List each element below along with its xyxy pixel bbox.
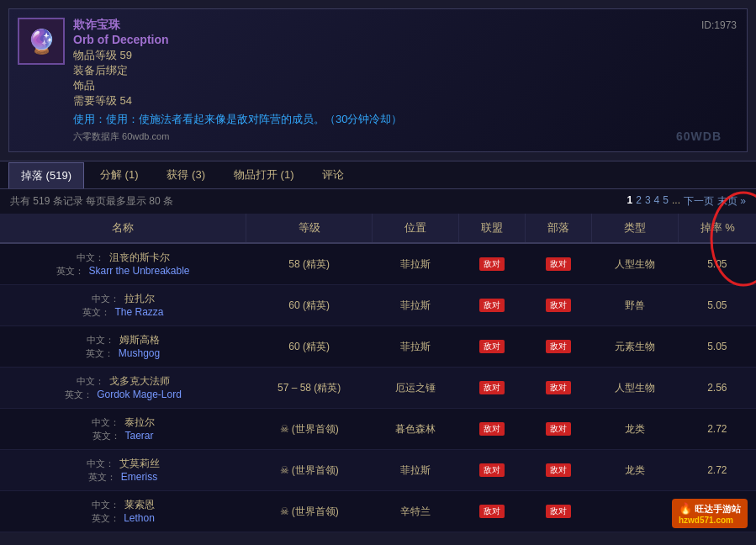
monster-name-cn[interactable]: 莱索恩 — [124, 499, 155, 511]
name-prefix-cn: 中文： — [77, 252, 104, 262]
cell-type: 野兽 — [592, 285, 679, 326]
col-horde: 部落 — [526, 214, 592, 243]
monster-name-en[interactable]: Skarr the Unbreakable — [88, 265, 189, 277]
page-current[interactable]: 1 — [627, 194, 633, 209]
table-row: 中文： 戈多克大法师 英文： Gordok Mage-Lord 57 – 58 … — [0, 368, 756, 409]
col-name: 名称 — [0, 214, 246, 243]
name-prefix-en: 英文： — [82, 307, 110, 317]
tab-comment[interactable]: 评论 — [309, 161, 357, 188]
item-use: 使用：使用：使施法者看起来像是敌对阵营的成员。（30分钟冷却） — [73, 112, 738, 127]
item-slot: 饰品 — [73, 78, 738, 93]
col-location: 位置 — [373, 214, 459, 243]
monster-name-cn[interactable]: 戈多克大法师 — [109, 375, 170, 387]
pagination: 1 2 3 4 5 ... 下一页 末页 » — [627, 194, 746, 209]
monster-name-en[interactable]: Mushgog — [119, 347, 160, 359]
alliance-badge: 敌对 — [479, 463, 505, 477]
name-prefix-en: 英文： — [92, 513, 119, 523]
page-next[interactable]: 下一页 — [684, 194, 714, 209]
cell-level: 60 (精英) — [246, 285, 373, 326]
name-prefix-cn: 中文： — [77, 376, 104, 386]
tabs-bar: 掉落 (519) 分解 (1) 获得 (3) 物品打开 (1) 评论 — [0, 161, 756, 189]
name-prefix-cn: 中文： — [92, 294, 119, 304]
horde-badge: 敌对 — [546, 463, 571, 477]
cell-horde: 敌对 — [526, 285, 592, 326]
name-prefix-en: 英文： — [65, 389, 93, 399]
cell-location: 厄运之锤 — [373, 368, 459, 409]
tab-open[interactable]: 物品打开 (1) — [221, 161, 307, 188]
use-description: 使用：使施法者看起来像是敌对阵营的成员。 — [106, 113, 325, 125]
use-cooldown: （30分钟冷却） — [325, 113, 402, 125]
name-prefix-en: 英文： — [56, 266, 84, 276]
monster-name-en[interactable]: The Razza — [114, 306, 163, 318]
horde-badge: 敌对 — [546, 299, 571, 312]
alliance-badge: 敌对 — [479, 422, 505, 436]
table-row: 中文： 泰拉尔 英文： Taerar ☠ (世界首领)暮色森林敌对敌对龙类2.7… — [0, 409, 756, 450]
page-ellipsis: ... — [672, 194, 680, 209]
name-prefix-en: 英文： — [93, 431, 120, 441]
cell-location: 辛特兰 — [373, 491, 459, 532]
table-row: 中文： 拉扎尔 英文： The Razza 60 (精英)菲拉斯敌对敌对野兽5.… — [0, 285, 756, 326]
cell-type: 龙类 — [592, 450, 679, 491]
cell-name: 中文： 拉扎尔 英文： The Razza — [0, 285, 246, 326]
cell-alliance: 敌对 — [459, 450, 526, 491]
name-prefix-en: 英文： — [86, 348, 114, 358]
cell-droprate: 2.72 — [679, 450, 756, 491]
watermark-text: 60WDB — [676, 130, 722, 143]
monster-name-cn[interactable]: 沮丧的斯卡尔 — [109, 251, 170, 263]
item-icon: 🔮 — [18, 18, 65, 65]
cell-type: 龙类 — [592, 409, 679, 450]
cell-alliance: 敌对 — [459, 326, 526, 368]
cell-location: 菲拉斯 — [373, 450, 459, 491]
cell-location: 菲拉斯 — [373, 243, 459, 285]
cell-horde: 敌对 — [526, 243, 592, 285]
cell-type: 人型生物 — [592, 368, 679, 409]
cell-horde: 敌对 — [526, 368, 592, 409]
alliance-badge: 敌对 — [479, 505, 505, 518]
cell-name: 中文： 姆斯高格 英文： Mushgog — [0, 326, 246, 368]
cell-horde: 敌对 — [526, 450, 592, 491]
page-5[interactable]: 5 — [663, 194, 669, 209]
cell-name: 中文： 艾莫莉丝 英文： Emeriss — [0, 450, 246, 491]
cell-level: ☠ (世界首领) — [246, 491, 373, 532]
cell-name: 中文： 戈多克大法师 英文： Gordok Mage-Lord — [0, 368, 246, 409]
page-last[interactable]: 末页 » — [717, 194, 746, 209]
horde-badge: 敌对 — [546, 381, 571, 394]
total-records: 共有 519 条记录 每页最多显示 80 条 — [10, 194, 173, 209]
monster-name-en[interactable]: Lethon — [124, 512, 155, 524]
col-level: 等级 — [246, 214, 373, 243]
cell-name: 中文： 泰拉尔 英文： Taerar — [0, 409, 246, 450]
tab-disenchant[interactable]: 分解 (1) — [87, 161, 151, 188]
info-bar: 共有 519 条记录 每页最多显示 80 条 1 2 3 4 5 ... 下一页… — [0, 189, 756, 214]
horde-badge: 敌对 — [546, 257, 571, 271]
horde-badge: 敌对 — [546, 340, 571, 353]
table-row: 中文： 艾莫莉丝 英文： Emeriss ☠ (世界首领)菲拉斯敌对敌对龙类2.… — [0, 450, 756, 491]
item-name-en: Orb of Deception — [73, 33, 738, 46]
monster-name-en[interactable]: Emeriss — [121, 471, 157, 483]
col-alliance: 联盟 — [459, 214, 526, 243]
alliance-badge: 敌对 — [479, 257, 505, 271]
monster-name-cn[interactable]: 拉扎尔 — [124, 293, 155, 304]
cell-alliance: 敌对 — [459, 243, 526, 285]
page-2[interactable]: 2 — [636, 194, 642, 209]
alliance-badge: 敌对 — [479, 340, 505, 353]
tab-drop[interactable]: 掉落 (519) — [8, 162, 84, 188]
page-4[interactable]: 4 — [654, 194, 660, 209]
cell-level: ☠ (世界首领) — [246, 450, 373, 491]
page-3[interactable]: 3 — [645, 194, 651, 209]
monster-name-cn[interactable]: 艾莫莉丝 — [119, 458, 160, 469]
item-req: 需要等级 54 — [73, 93, 738, 108]
item-level: 物品等级 59 — [73, 48, 738, 63]
monster-name-cn[interactable]: 泰拉尔 — [124, 416, 155, 428]
cell-horde: 敌对 — [526, 409, 592, 450]
name-prefix-cn: 中文： — [92, 500, 119, 510]
drop-table: 名称 等级 位置 联盟 部落 类型 掉率 % 中文： 沮丧的斯卡尔 英文： Sk… — [0, 214, 756, 532]
cell-type: 人型生物 — [592, 243, 679, 285]
tab-obtain[interactable]: 获得 (3) — [154, 161, 218, 188]
monster-name-en[interactable]: Gordok Mage-Lord — [97, 389, 182, 400]
table-row: 中文： 姆斯高格 英文： Mushgog 60 (精英)菲拉斯敌对敌对元素生物5… — [0, 326, 756, 368]
cell-droprate: 5.05 — [679, 285, 756, 326]
cell-droprate: 2.72 — [679, 409, 756, 450]
monster-name-cn[interactable]: 姆斯高格 — [119, 334, 160, 346]
cell-alliance: 敌对 — [459, 285, 526, 326]
monster-name-en[interactable]: Taerar — [125, 430, 154, 442]
